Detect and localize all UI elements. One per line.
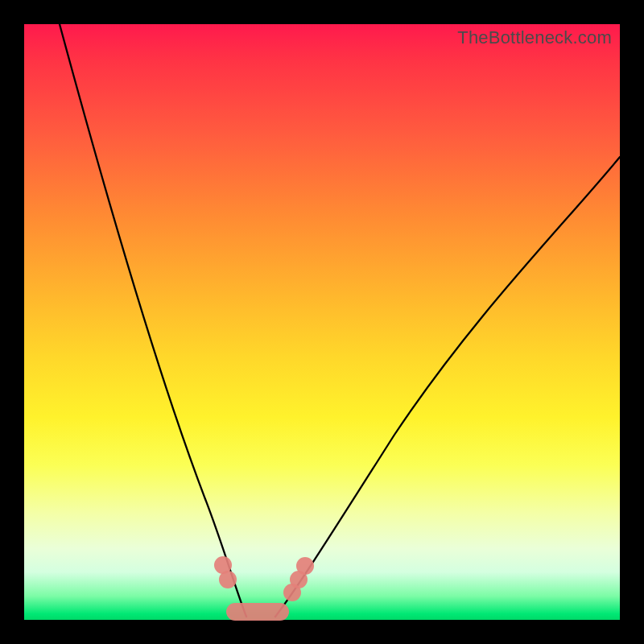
curve-marker xyxy=(296,557,314,575)
chart-frame: TheBottleneck.com xyxy=(0,0,644,644)
plot-area: TheBottleneck.com xyxy=(24,24,620,620)
left-bottleneck-curve xyxy=(60,24,246,617)
curves-layer xyxy=(24,24,620,620)
curve-marker xyxy=(219,571,237,588)
right-bottleneck-curve xyxy=(275,157,620,617)
